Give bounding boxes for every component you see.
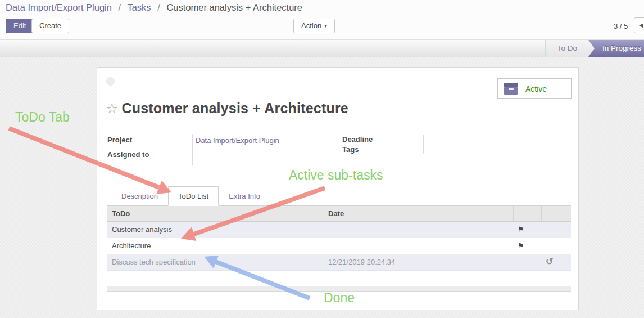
tab-extra-info[interactable]: Extra Info — [219, 186, 270, 206]
tags-field-label: Tags — [342, 145, 359, 154]
list-footer-stripe — [107, 286, 571, 292]
flag-icon[interactable]: ⚑ — [518, 225, 524, 234]
todo-cell[interactable]: Architecture — [107, 238, 324, 254]
row-action-cell — [541, 238, 571, 254]
date-cell[interactable]: 12/21/2019 20:24:34 — [324, 254, 513, 270]
breadcrumb-current: Customer analysis + Architecture — [166, 2, 302, 12]
action-label: Action — [301, 21, 321, 30]
pager-previous-button[interactable]: ◀ — [634, 17, 644, 33]
todo-table: ToDo Date Customer analysis ⚑ Architectu… — [107, 206, 571, 271]
deadline-field-label: Deadline — [342, 135, 373, 144]
breadcrumb-separator: / — [153, 2, 164, 12]
breadcrumb-link-project[interactable]: Data Import/Export Plugin — [6, 2, 112, 12]
todo-table-header: ToDo Date — [107, 206, 571, 222]
page-title: Customer analysis + Architecture — [121, 100, 348, 117]
stage-to-do[interactable]: To Do — [545, 40, 593, 57]
stage-list: To Do In Progress — [545, 40, 644, 57]
favorite-star-icon[interactable]: ☆ — [106, 101, 118, 115]
tab-todo-list[interactable]: ToDo List — [168, 186, 219, 206]
todo-cell[interactable]: Customer analysis — [107, 222, 324, 238]
undo-icon[interactable]: ↺ — [546, 258, 553, 265]
active-toggle-label: Active — [525, 84, 547, 93]
date-cell[interactable] — [324, 222, 513, 238]
active-toggle-button[interactable]: Active — [497, 78, 572, 99]
chevron-down-icon: ▾ — [324, 23, 327, 29]
todo-row-discuss-tech-specification[interactable]: Discuss tech specification 12/21/2019 20… — [107, 254, 571, 271]
assigned-to-field-label: Assigned to — [107, 150, 149, 159]
row-flag-cell — [513, 254, 541, 270]
row-action-cell — [541, 222, 571, 238]
pager-counter: 3 / 5 — [614, 22, 628, 30]
kanban-state-dot — [106, 77, 115, 86]
field-separator — [423, 135, 424, 154]
title-row: ☆ Customer analysis + Architecture — [106, 100, 348, 117]
archive-box-icon — [504, 83, 518, 95]
project-field-value[interactable]: Data Import/Export Plugin — [196, 136, 279, 145]
breadcrumb-link-tasks[interactable]: Tasks — [127, 2, 151, 12]
breadcrumb-separator: / — [115, 2, 125, 12]
statusbar: To Do In Progress — [0, 40, 644, 57]
todo-cell[interactable]: Discuss tech specification — [107, 254, 324, 270]
tab-description[interactable]: Description — [111, 186, 168, 206]
breadcrumb: Data Import/Export Plugin / Tasks / Cust… — [6, 2, 302, 13]
list-footer-line — [107, 301, 571, 301]
todo-row-customer-analysis[interactable]: Customer analysis ⚑ — [107, 222, 571, 238]
todo-row-architecture[interactable]: Architecture ⚑ — [107, 238, 571, 254]
edit-button[interactable]: Edit — [6, 19, 34, 33]
action-dropdown-button[interactable]: Action▾ — [293, 19, 335, 33]
arrow-left-icon: ◀ — [639, 22, 643, 28]
column-header-flag — [513, 206, 541, 221]
column-header-actions — [541, 206, 571, 221]
column-header-date[interactable]: Date — [324, 206, 513, 221]
flag-icon[interactable]: ⚑ — [518, 241, 524, 250]
field-separator — [192, 134, 193, 165]
column-header-todo[interactable]: ToDo — [107, 206, 324, 221]
project-field-label: Project — [107, 136, 132, 144]
control-panel: Data Import/Export Plugin / Tasks / Cust… — [0, 0, 644, 40]
stage-in-progress[interactable]: In Progress — [588, 40, 644, 57]
date-cell[interactable] — [324, 238, 513, 254]
task-form-card: Active ☆ Customer analysis + Architectur… — [97, 67, 579, 310]
notebook-tabs: Description ToDo List Extra Info — [107, 187, 571, 206]
create-button[interactable]: Create — [31, 19, 69, 33]
